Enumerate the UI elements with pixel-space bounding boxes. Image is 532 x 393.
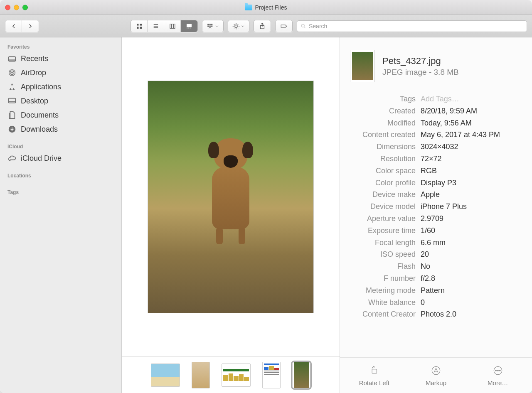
svg-rect-7 [170,24,172,28]
thumbnail-selected[interactable] [292,362,310,388]
meta-row: Dimensions3024×4032 [350,141,522,153]
meta-row: White balance0 [350,297,522,309]
svg-point-26 [11,72,13,74]
preview-pane [122,37,340,393]
meta-row: Metering modePattern [350,285,522,297]
sidebar-item-label: iCloud Drive [21,154,62,163]
gallery-view-button[interactable] [181,20,197,32]
sidebar-section-locations[interactable]: Locations [0,170,121,180]
sidebar-item-downloads[interactable]: Downloads [0,122,121,136]
meta-row: ISO speed20 [350,248,522,260]
info-header: Pets_4327.jpg JPEG image - 3.8 MB [340,37,532,90]
finder-window: Project Files [0,0,532,393]
chevron-down-icon [241,24,245,28]
metadata-grid: TagsAdd Tags…Created8/20/18, 9:59 AMModi… [340,90,532,357]
rotate-left-icon [368,364,380,377]
sidebar-item-airdrop[interactable]: AirDrop [0,66,121,80]
sidebar-item-label: Downloads [21,125,58,134]
sidebar-section-favorites: Favorites [0,42,121,52]
back-button[interactable] [5,20,22,32]
meta-row: FlashNo [350,260,522,273]
meta-value: 2.9709 [421,213,522,225]
zoom-window-button[interactable] [22,5,28,10]
svg-point-20 [235,25,237,27]
svg-point-22 [301,24,304,27]
preview-area [122,37,340,356]
forward-button[interactable] [22,20,39,32]
meta-label: Created [350,105,421,117]
tag-button[interactable] [276,20,292,32]
action-button-group [228,20,249,32]
meta-label: Color profile [350,177,421,189]
toolbar: Search [0,15,532,37]
sidebar-item-applications[interactable]: Applications [0,80,121,94]
meta-label: Content created [350,129,421,141]
meta-value: No [421,260,522,273]
rotate-left-button[interactable]: Rotate Left [349,364,399,386]
share-button-group [254,20,271,32]
meta-row: TagsAdd Tags… [350,93,522,105]
thumbnail[interactable] [151,364,180,387]
sidebar-item-desktop[interactable]: Desktop [0,94,121,108]
meta-row: Device makeApple [350,189,522,201]
svg-rect-32 [372,369,377,373]
svg-rect-1 [140,24,142,26]
column-view-button[interactable] [164,20,181,32]
window-body: Favorites Recents AirDrop Applications [0,37,532,393]
svg-rect-13 [190,27,191,28]
markup-button[interactable]: Markup [411,364,461,386]
minimize-window-button[interactable] [14,5,19,10]
meta-label: Color space [350,165,421,177]
svg-point-35 [495,370,496,371]
thumbnail[interactable] [222,364,251,387]
sidebar-item-documents[interactable]: Documents [0,108,121,122]
search-input[interactable]: Search [297,20,527,32]
close-window-button[interactable] [5,5,10,10]
svg-rect-12 [188,27,189,28]
group-by-button[interactable] [202,20,223,32]
meta-label: Aperture value [350,213,421,225]
meta-label: Dimensions [350,141,421,153]
cloud-icon [7,154,17,163]
list-view-button[interactable] [148,20,164,32]
svg-rect-19 [211,25,212,27]
icon-view-button[interactable] [131,20,148,32]
share-button[interactable] [254,20,271,32]
svg-rect-29 [9,98,16,103]
meta-value: Photos 2.0 [421,308,522,320]
sidebar-item-icloud-drive[interactable]: iCloud Drive [0,151,121,165]
meta-value: Today, 9:56 AM [421,117,522,129]
info-pane: Pets_4327.jpg JPEG image - 3.8 MB TagsAd… [340,37,532,393]
sidebar-item-label: Recents [21,54,48,63]
meta-row: Color spaceRGB [350,165,522,177]
more-button[interactable]: More… [473,364,523,386]
svg-rect-17 [207,25,209,27]
meta-label: Modified [350,117,421,129]
meta-row: Created8/20/18, 9:59 AM [350,105,522,117]
meta-label: Device model [350,201,421,213]
svg-rect-2 [137,27,139,29]
meta-row: Content createdMay 6, 2017 at 4:43 PM [350,129,522,141]
thumbnail[interactable] [262,362,281,388]
meta-value: Apple [421,189,522,201]
meta-label: Metering mode [350,285,421,297]
sidebar-item-label: Applications [21,83,61,91]
filmstrip [122,356,340,393]
more-icon [492,364,504,377]
action-label: Markup [426,379,446,386]
preview-image[interactable] [148,81,314,313]
svg-rect-10 [187,24,192,27]
meta-value[interactable]: Add Tags… [421,93,522,105]
meta-value: 3024×4032 [421,141,522,153]
nav-buttons [5,20,39,32]
svg-point-36 [497,370,498,371]
action-menu-button[interactable] [228,20,249,32]
documents-icon [7,111,17,120]
sidebar-section-tags[interactable]: Tags [0,187,121,197]
sidebar-item-recents[interactable]: Recents [0,52,121,66]
svg-rect-0 [137,24,139,26]
file-name[interactable]: Pets_4327.jpg [382,55,459,67]
window-controls [5,5,28,10]
thumbnail[interactable] [192,362,210,388]
search-icon [300,23,306,29]
